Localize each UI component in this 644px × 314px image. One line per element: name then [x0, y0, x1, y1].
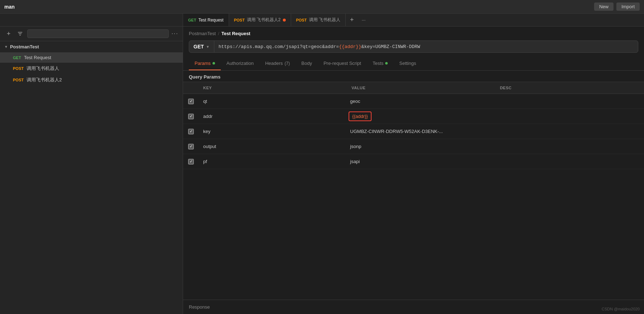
import-button[interactable]: Import	[616, 3, 640, 11]
tab-method-get: GET	[188, 18, 196, 22]
method-post-label-2: POST	[13, 78, 24, 82]
tab-tests-dot	[385, 62, 388, 65]
checkbox-4[interactable]: ✓	[188, 144, 194, 149]
method-get-label: GET	[13, 56, 21, 60]
checkbox-1[interactable]: ✓	[188, 99, 194, 104]
sidebar-add-button[interactable]: +	[4, 29, 13, 38]
breadcrumb-separator: /	[218, 31, 219, 36]
tab-more-button[interactable]: ···	[358, 14, 369, 26]
response-label: Response	[189, 304, 210, 310]
row-3-value[interactable]: UGMBZ-CINWR-DDRW5-W52AK-D3ENK-...	[347, 127, 495, 135]
url-suffix: &key=UGMBZ-CINWR-DDRW	[361, 44, 420, 49]
tab-authorization[interactable]: Authorization	[221, 57, 260, 70]
row-5-desc[interactable]	[496, 159, 644, 165]
response-section: Response	[183, 300, 644, 314]
sidebar-toolbar: + ···	[0, 27, 183, 41]
table-row: ✓ qt geoc	[183, 94, 644, 109]
row-4-checkbox[interactable]: ✓	[183, 144, 199, 149]
row-2-checkbox[interactable]: ✓	[183, 114, 199, 119]
sidebar-collection: ▼ PostmanTest GET Test Request POST 调用飞书…	[0, 41, 183, 86]
tab-dot-orange	[283, 19, 286, 22]
tab-settings[interactable]: Settings	[393, 57, 422, 70]
sidebar-item-test-request[interactable]: GET Test Request	[0, 52, 183, 63]
row-3-value-text: UGMBZ-CINWR-DDRW5-W52AK-D3ENK-...	[350, 129, 443, 134]
url-bar: GET ▼ https://apis.map.qq.com/jsapi?qt=g…	[189, 41, 638, 53]
tab-tests-label: Tests	[373, 61, 383, 66]
breadcrumb: PostmanTest / Test Request	[183, 27, 644, 39]
col-desc-header: DESC	[496, 84, 644, 91]
tab-method-post-2: POST	[296, 18, 307, 22]
row-3-key[interactable]: key	[199, 126, 347, 137]
sidebar-filter-button[interactable]	[16, 29, 24, 38]
row-5-checkbox[interactable]: ✓	[183, 159, 199, 165]
chevron-icon: ▼	[4, 45, 8, 49]
tab-authorization-label: Authorization	[227, 61, 254, 66]
row-3-desc[interactable]	[496, 129, 644, 134]
table-row: ✓ pf jsapi	[183, 154, 644, 169]
breadcrumb-collection: PostmanTest	[189, 31, 216, 36]
sidebar-item-feishu-2[interactable]: POST 调用飞书机器人2	[0, 74, 183, 86]
row-2-desc[interactable]	[496, 114, 644, 119]
query-params-label: Query Params	[183, 71, 644, 82]
content-area: PostmanTest / Test Request GET ▼ https:/…	[183, 27, 644, 314]
sidebar: + ··· ▼ PostmanTest GET Test Request	[0, 27, 183, 314]
sidebar-collection-header[interactable]: ▼ PostmanTest	[0, 41, 183, 52]
sidebar-search-input[interactable]	[27, 29, 169, 38]
tab-post-1-label: 调用 飞书机器人2	[247, 17, 281, 23]
row-2-value-cell[interactable]: {{addr}}	[347, 110, 495, 123]
col-value-header: VALUE	[347, 84, 495, 91]
tab-headers[interactable]: Headers (7)	[260, 57, 296, 70]
tab-post-1[interactable]: POST 调用 飞书机器人2	[229, 14, 291, 26]
row-4-value[interactable]: jsonp	[347, 142, 495, 151]
request-tabs: Params Authorization Headers (7) Body Pr…	[183, 57, 644, 71]
tab-test-request-label: Test Request	[199, 18, 224, 23]
breadcrumb-current: Test Request	[221, 31, 251, 36]
collection-name: PostmanTest	[10, 44, 39, 49]
table-row: ✓ key UGMBZ-CINWR-DDRW5-W52AK-D3ENK-...	[183, 124, 644, 139]
main-layout: + ··· ▼ PostmanTest GET Test Request	[0, 27, 644, 314]
checkbox-2[interactable]: ✓	[188, 114, 194, 119]
tab-test-request[interactable]: GET Test Request	[183, 14, 229, 26]
row-1-key[interactable]: qt	[199, 96, 347, 107]
tab-add-button[interactable]: +	[346, 14, 358, 26]
row-1-value[interactable]: geoc	[347, 97, 495, 105]
table-row: ✓ addr {{addr}}	[183, 109, 644, 124]
sidebar-more-button[interactable]: ···	[172, 30, 178, 37]
row-1-checkbox[interactable]: ✓	[183, 99, 199, 104]
row-5-key[interactable]: pf	[199, 156, 347, 167]
tab-params[interactable]: Params	[189, 57, 221, 70]
checkbox-3[interactable]: ✓	[188, 129, 194, 134]
row-1-value-text: geoc	[350, 99, 360, 104]
row-4-desc[interactable]	[496, 144, 644, 149]
row-1-desc[interactable]	[496, 99, 644, 104]
checkbox-5[interactable]: ✓	[188, 159, 194, 165]
top-bar: man New Import	[0, 0, 644, 14]
table-row: ✓ output jsonp	[183, 139, 644, 154]
col-key-header: KEY	[199, 84, 347, 91]
url-prefix: https://apis.map.qq.com/jsapi?qt=geoc&ad…	[219, 44, 339, 49]
row-5-value[interactable]: jsapi	[347, 157, 495, 166]
row-2-value-var: {{addr}}	[352, 114, 368, 119]
row-2-key[interactable]: addr	[199, 111, 347, 122]
url-display[interactable]: https://apis.map.qq.com/jsapi?qt=geoc&ad…	[214, 41, 638, 52]
row-3-checkbox[interactable]: ✓	[183, 129, 199, 134]
method-select[interactable]: GET ▼	[189, 41, 214, 52]
tab-pre-request[interactable]: Pre-request Script	[318, 57, 367, 70]
row-4-value-text: jsonp	[350, 144, 361, 149]
new-button[interactable]: New	[594, 3, 613, 11]
tab-headers-label: Headers	[265, 61, 283, 66]
row-4-key[interactable]: output	[199, 141, 347, 152]
tab-tests[interactable]: Tests	[367, 57, 393, 70]
params-table-header: KEY VALUE DESC	[183, 82, 644, 94]
tab-params-dot	[213, 62, 215, 65]
sidebar-item-feishu-1[interactable]: POST 调用飞书机器人	[0, 63, 183, 74]
tab-body[interactable]: Body	[296, 57, 318, 70]
col-checkbox-header	[183, 84, 199, 91]
tab-bar-left	[0, 14, 183, 26]
tab-post-2[interactable]: POST 调用 飞书机器人	[291, 14, 346, 26]
tab-body-label: Body	[302, 61, 312, 66]
tab-pre-request-label: Pre-request Script	[323, 61, 361, 66]
row-5-value-text: jsapi	[350, 159, 360, 164]
tab-bar: GET Test Request POST 调用 飞书机器人2 POST 调用 …	[0, 14, 644, 27]
method-post-label-1: POST	[13, 66, 24, 71]
